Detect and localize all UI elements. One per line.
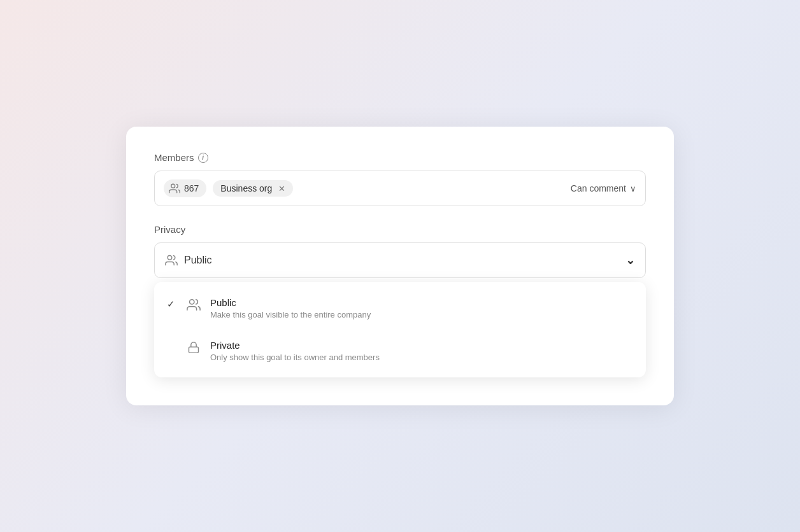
privacy-person-icon — [165, 254, 178, 267]
private-option-description: Only show this goal to its owner and mem… — [210, 353, 380, 362]
svg-point-2 — [190, 300, 194, 304]
business-org-tag[interactable]: Business org ✕ — [213, 180, 293, 197]
member-count-pill: 867 — [164, 179, 206, 197]
privacy-dropdown-menu: ✓ Public Make this goal visible to the e… — [154, 282, 646, 377]
settings-card: Members i 867 Business org ✕ Can comment… — [126, 127, 674, 405]
privacy-option-private[interactable]: Private Only show this goal to its owner… — [154, 330, 646, 372]
members-group-icon — [169, 183, 180, 194]
members-input-row: 867 Business org ✕ Can comment ∨ — [154, 171, 646, 206]
public-check-icon: ✓ — [167, 298, 177, 310]
private-option-title: Private — [210, 340, 380, 351]
member-count-value: 867 — [184, 183, 199, 193]
members-info-icon[interactable]: i — [198, 153, 208, 163]
privacy-label: Privacy — [154, 224, 185, 235]
privacy-section-label: Privacy — [154, 224, 646, 235]
public-option-description: Make this goal visible to the entire com… — [210, 310, 371, 319]
privacy-chevron-icon: ⌄ — [625, 253, 635, 267]
privacy-selected-value: Public — [184, 255, 619, 266]
svg-point-0 — [171, 184, 175, 188]
private-option-text: Private Only show this goal to its owner… — [210, 340, 380, 362]
can-comment-button[interactable]: Can comment ∨ — [571, 183, 636, 193]
can-comment-label: Can comment — [571, 183, 626, 193]
remove-business-org-button[interactable]: ✕ — [278, 185, 285, 193]
svg-point-1 — [168, 256, 172, 260]
privacy-option-public[interactable]: ✓ Public Make this goal visible to the e… — [154, 287, 646, 330]
public-person-icon — [186, 297, 201, 312]
privacy-dropdown-trigger[interactable]: Public ⌄ — [154, 242, 646, 278]
public-option-text: Public Make this goal visible to the ent… — [210, 297, 371, 319]
svg-rect-3 — [189, 347, 199, 353]
business-org-label: Business org — [220, 183, 272, 193]
private-lock-icon — [186, 340, 201, 355]
members-label: Members — [154, 152, 194, 163]
can-comment-chevron-icon: ∨ — [630, 184, 636, 193]
members-section-label: Members i — [154, 152, 646, 163]
public-option-title: Public — [210, 297, 371, 308]
